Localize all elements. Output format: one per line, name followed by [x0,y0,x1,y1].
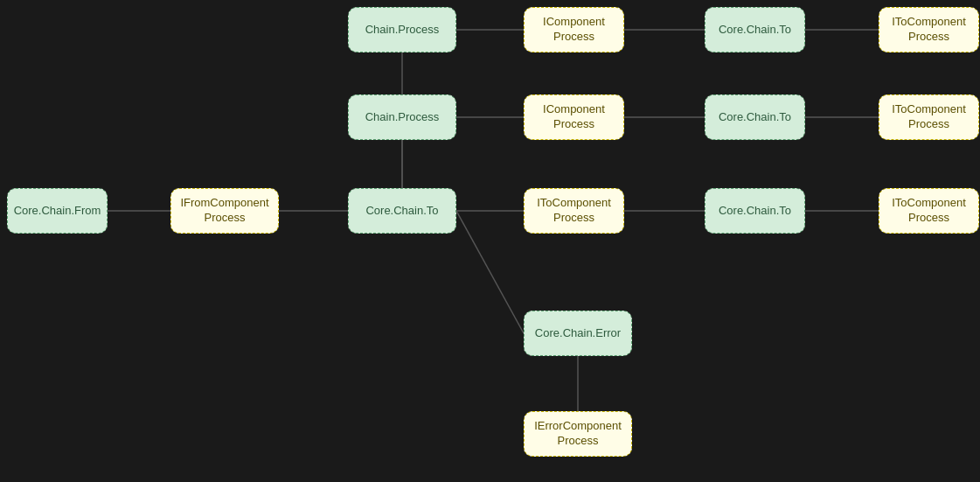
itocomponent-process-3[interactable]: IToComponent Process [879,188,979,234]
chain-process-1[interactable]: Chain.Process [348,7,456,52]
connection-line [456,211,524,333]
connections-svg [0,0,980,482]
core-chain-from[interactable]: Core.Chain.From [7,188,108,234]
ifrom-component-process[interactable]: IFromComponent Process [170,188,279,234]
ito-component-process-mid[interactable]: IToComponent Process [524,188,624,234]
chain-process-2[interactable]: Chain.Process [348,94,456,140]
ierror-component-process[interactable]: IErrorComponent Process [524,411,632,457]
core-chain-to-4[interactable]: Core.Chain.To [705,188,805,234]
core-chain-error[interactable]: Core.Chain.Error [524,311,632,356]
core-chain-to-1[interactable]: Core.Chain.To [705,7,805,52]
core-chain-to-2[interactable]: Core.Chain.To [705,94,805,140]
itocomponent-process-2[interactable]: IToComponent Process [879,94,979,140]
core-chain-to-3[interactable]: Core.Chain.To [348,188,456,234]
itocomponent-process-1[interactable]: IToComponent Process [879,7,979,52]
icomponent-process-1[interactable]: IComponent Process [524,7,624,52]
icomponent-process-2[interactable]: IComponent Process [524,94,624,140]
diagram-container: Chain.ProcessIComponent ProcessCore.Chai… [0,0,980,482]
